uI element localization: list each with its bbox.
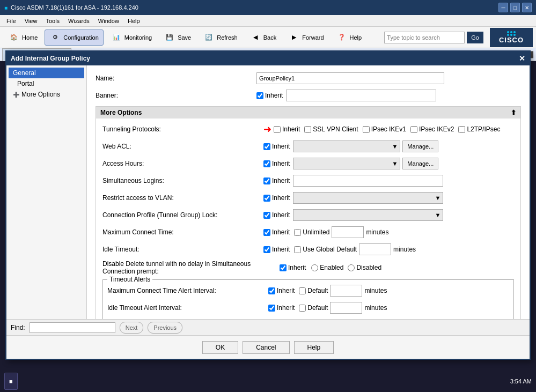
forward-icon: ▶ <box>288 32 300 43</box>
save-button[interactable]: 💾 Save <box>159 29 196 46</box>
menu-bar: File View Tools Wizards Window Help <box>0 15 536 27</box>
back-icon: ◀ <box>249 32 261 43</box>
close-button[interactable]: ✕ <box>522 3 532 12</box>
save-icon: 💾 <box>164 32 175 43</box>
window-controls: ─ □ ✕ <box>498 3 532 12</box>
configuration-button[interactable]: ⚙ Configuration <box>45 29 103 46</box>
monitoring-icon: 📊 <box>111 32 122 43</box>
title-bar: ■ Cisco ASDM 7.18(1)161 for ASA - 192.16… <box>0 0 536 15</box>
minimize-button[interactable]: ─ <box>498 3 508 12</box>
refresh-icon: 🔄 <box>203 32 215 43</box>
menu-wizards[interactable]: Wizards <box>64 17 94 25</box>
monitoring-button[interactable]: 📊 Monitoring <box>106 29 157 46</box>
maximize-button[interactable]: □ <box>510 3 520 12</box>
forward-button[interactable]: ▶ Forward <box>283 29 328 46</box>
dialog: Add Internal Group Policy ✕ General Port… <box>5 50 531 61</box>
search-input[interactable] <box>384 32 465 43</box>
back-button[interactable]: ◀ Back <box>245 29 281 46</box>
configuration-icon: ⚙ <box>49 32 61 43</box>
go-button[interactable]: Go <box>467 32 483 43</box>
dialog-title: Add Internal Group Policy <box>11 55 90 61</box>
menu-file[interactable]: File <box>2 17 20 25</box>
home-icon: 🏠 <box>8 32 20 43</box>
cisco-dots <box>499 31 524 36</box>
dialog-title-bar: Add Internal Group Policy ✕ <box>6 51 530 61</box>
app-icon: ■ <box>4 5 8 11</box>
toolbar: 🏠 Home ⚙ Configuration 📊 Monitoring 💾 Sa… <box>0 27 536 48</box>
window-title: Cisco ASDM 7.18(1)161 for ASA - 192.168.… <box>11 4 138 11</box>
cisco-logo: CISCO <box>490 28 533 47</box>
search-box: Go <box>384 32 483 43</box>
refresh-button[interactable]: 🔄 Refresh <box>198 29 243 46</box>
menu-tools[interactable]: Tools <box>41 17 64 25</box>
menu-view[interactable]: View <box>20 17 42 25</box>
dialog-close-button[interactable]: ✕ <box>519 54 525 61</box>
help-button[interactable]: ❓ Help <box>331 29 367 46</box>
title-bar-left: ■ Cisco ASDM 7.18(1)161 for ASA - 192.16… <box>4 4 138 11</box>
help-icon: ❓ <box>336 32 348 43</box>
home-button[interactable]: 🏠 Home <box>3 29 42 46</box>
menu-help[interactable]: Help <box>123 17 144 25</box>
menu-window[interactable]: Window <box>94 17 123 25</box>
